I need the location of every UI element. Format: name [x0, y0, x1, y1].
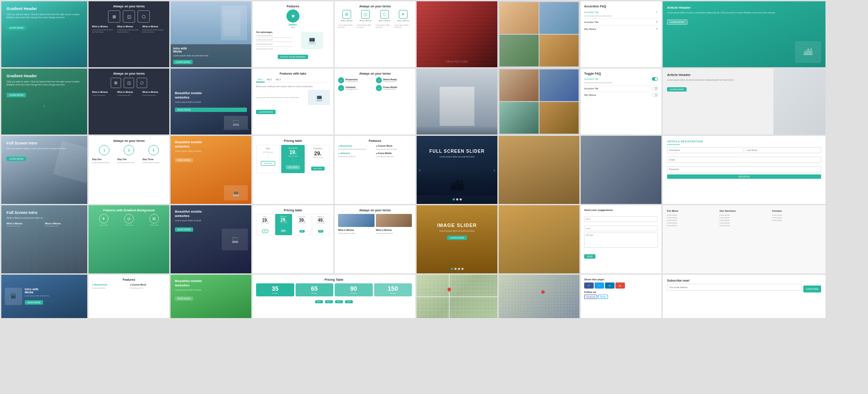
card-toggle-faq[interactable]: Toggle FAQ Accordion Title Lorem ipsum d…: [581, 69, 661, 135]
card-building-warm-2[interactable]: [499, 205, 579, 273]
card-image-slider[interactable]: IMAGE SLIDER Lorem ipsum dolor sit amet …: [417, 205, 497, 273]
gp-btn[interactable]: g+: [615, 282, 625, 289]
card-thumbnails-1[interactable]: [499, 1, 579, 67]
article-header-gray-btn[interactable]: LEARN MORE: [667, 87, 687, 92]
subscribe-email[interactable]: [667, 284, 802, 291]
card-full-screen-intro-1[interactable]: Full Screen Intro Click any point to sel…: [1, 136, 87, 204]
card-gradient-header-1[interactable]: Gradient Header Click any point to selec…: [1, 1, 87, 67]
contact-email[interactable]: [584, 226, 658, 231]
prev-arrow[interactable]: ‹: [419, 167, 421, 173]
p4-btn-1[interactable]: BUY: [262, 230, 268, 233]
card-features-tabs-1[interactable]: Features with tabs Tab 1 Tab 2 Tab 3 Boo…: [253, 69, 333, 135]
premium-btn[interactable]: BUY NOW: [311, 167, 325, 171]
card-accordion-faq[interactable]: Accordion FAQ Accordion Title + Lorem ip…: [581, 1, 661, 67]
p-stat-btn-3[interactable]: BUY: [335, 300, 343, 303]
plan-btn[interactable]: BUY NOW: [261, 161, 275, 166]
card-intro-media-img-1[interactable]: Intro with Media Lorem ipsum dolor sit a…: [171, 1, 251, 67]
mobile-btn[interactable]: READ MORE: [175, 108, 247, 112]
card-social-share[interactable]: Share this page! f t in g+ Follow us Fac…: [581, 275, 661, 318]
card-subscribe[interactable]: Subscribe now! SUBSCRIBE: [663, 275, 825, 318]
contact-send-btn[interactable]: SEND: [584, 254, 595, 259]
subscribe-btn[interactable]: SUBSCRIBE: [803, 286, 821, 292]
learn-more-btn-2[interactable]: LEARN MORE: [7, 93, 26, 97]
card-article-header-gray[interactable]: Article Header Lorem ipsum dolor sit ame…: [663, 69, 825, 135]
intro-media-col1-btn[interactable]: READ MORE: [25, 300, 43, 305]
card-pricing-stats[interactable]: Pricing Table 35 Storage 65 Storage 90 S…: [253, 275, 415, 318]
features-btn[interactable]: BOOST YOUR RANKING: [278, 55, 308, 59]
faq-item-1[interactable]: Accordion Title + Lorem ipsum dolor sit …: [584, 10, 658, 19]
contact-message[interactable]: [584, 233, 658, 248]
card-article-header-img[interactable]: [581, 136, 661, 204]
toggle-item-1[interactable]: Accordion Title Lorem ipsum dolor sit am…: [584, 77, 658, 85]
toggle-item-2[interactable]: Accordion Title: [584, 87, 658, 92]
tab-1[interactable]: Tab 1: [256, 77, 265, 82]
intro-media-btn[interactable]: LEARN MORE: [173, 60, 193, 64]
card-mobile-dark2[interactable]: Beautiful mobilewebsites Lorem ipsum dol…: [171, 205, 251, 273]
card-concrete-photo[interactable]: [417, 69, 497, 135]
p-stat-btn-2[interactable]: BUY: [325, 300, 333, 303]
fb-follow[interactable]: Facebook: [584, 295, 597, 299]
article-header-btn[interactable]: LEARN MORE: [667, 20, 687, 25]
follow-buttons[interactable]: Facebook Twitter: [584, 295, 658, 299]
li-btn[interactable]: in: [605, 282, 615, 289]
card-architecture-red[interactable]: Architecture: [417, 1, 497, 67]
next-arrow[interactable]: ›: [493, 167, 495, 173]
tw-follow[interactable]: Twitter: [598, 295, 608, 299]
faq-item-2[interactable]: Accordion Title +: [584, 20, 658, 26]
card-mobile-green[interactable]: Beautiful mobilewebsites Lorem ipsum dol…: [171, 275, 251, 318]
card-features-1[interactable]: Features ★ 500000+ users Our advantages …: [253, 1, 333, 67]
card-always-terms-icons[interactable]: Always on your terms ⊞ ◫ ⬡ What is Minim…: [89, 69, 169, 135]
reg-last-name[interactable]: [745, 147, 821, 153]
toggle-item-3[interactable]: Why Minima: [584, 93, 658, 97]
card-registration[interactable]: ARTICLE REGISTRATION REGISTER: [663, 136, 825, 204]
tab-3[interactable]: Tab 3: [273, 77, 282, 82]
reg-email[interactable]: [667, 157, 821, 163]
card-building-cards-2[interactable]: [499, 69, 579, 135]
faq-item-3[interactable]: Why Minima +: [584, 27, 658, 31]
card-pricing-2[interactable]: Pricing table Plan 19. 4GB Storage-- BUY…: [253, 205, 333, 273]
card-features-nums[interactable]: Always on your terms 1 2 3 Step OneLorem…: [89, 136, 169, 204]
fb-btn[interactable]: f: [584, 282, 594, 289]
card-full-screen-slider[interactable]: 🏙 FULL SCREEN SLIDER Lorem ipsum dolor s…: [417, 136, 497, 204]
mobile-dark2-btn[interactable]: READ MORE: [175, 227, 193, 232]
card-always-terms-5-1[interactable]: Always on your terms ⊞ What is Minima ◫ …: [335, 1, 415, 67]
tw-btn[interactable]: t: [595, 282, 604, 289]
image-slider-btn[interactable]: LEARN MORE: [447, 236, 467, 240]
card-always-terms-5-2[interactable]: Always on your terms ✓ Responsive Lorem …: [335, 69, 415, 135]
reg-password[interactable]: [667, 166, 821, 172]
p-stat-btn-4[interactable]: BUY: [345, 300, 353, 303]
share-buttons[interactable]: f t in g+: [584, 282, 658, 289]
card-mobile-sites-dark[interactable]: Beautiful mobilewebsites Lorem ipsum dol…: [171, 69, 251, 135]
p4-btn-3[interactable]: BUY: [299, 230, 305, 233]
card-pricing-1[interactable]: Pricing table Plan 8GB Storage-------- B…: [253, 136, 333, 204]
full-intro-btn-1[interactable]: LEARN MORE: [7, 157, 26, 161]
mobile-orange-btn[interactable]: READ MORE: [175, 158, 193, 162]
card-features-cols[interactable]: Features ● Responsive Lorem ipsum dolor …: [335, 136, 415, 204]
card-footer[interactable]: For More Lorem ipsumLorem ipsumLorem ips…: [663, 205, 825, 273]
card-features-gradient[interactable]: Features with Gradient Background ✦ Lore…: [89, 205, 169, 273]
card-map[interactable]: [417, 275, 497, 318]
learn-more-btn-1[interactable]: LEARN MORE: [7, 26, 26, 30]
card-building-warm[interactable]: [499, 136, 579, 204]
reg-submit-btn[interactable]: REGISTER: [667, 174, 821, 179]
card-always-img[interactable]: Always on your terms What is MinimaLorem…: [335, 205, 415, 273]
p-stat-btn-1[interactable]: BUY: [315, 300, 323, 303]
card-article-header-teal[interactable]: Article Header Lorem ipsum dolor sit ame…: [663, 1, 825, 67]
mobile-green-btn[interactable]: READ MORE: [175, 296, 193, 301]
card-gradient-header-2[interactable]: Gradient Header Click any point to selec…: [1, 69, 87, 135]
reg-first-name[interactable]: [667, 147, 743, 153]
card-always-terms-dark[interactable]: Always on your terms ⊞ ◫ ⬡ What is Minim…: [89, 1, 169, 67]
tabs-row[interactable]: Tab 1 Tab 2 Tab 3: [256, 77, 330, 83]
business-btn[interactable]: BUY NOW: [286, 165, 299, 169]
card-contact-form[interactable]: Send your suggestions SEND: [581, 205, 661, 273]
tab-2[interactable]: Tab 2: [265, 77, 273, 82]
contact-name[interactable]: [584, 216, 658, 222]
p4-btn-2[interactable]: BUY: [281, 230, 286, 232]
card-features-plain[interactable]: Features ● RequirementLorem ipsum text ●…: [89, 275, 169, 318]
card-intro-media-col1[interactable]: 🏛 Intro withMedia Lorem ipsum dolor sit …: [1, 275, 87, 318]
card-mobile-orange[interactable]: Beautiful mobilewebsites Lorem ipsum dol…: [171, 136, 251, 204]
card-map-photo[interactable]: [499, 275, 579, 318]
p4-btn-4[interactable]: BUY: [318, 230, 323, 233]
card-full-screen-intro-2[interactable]: Full Screen Intro What is Minima Lorem i…: [1, 205, 87, 273]
tab-btn[interactable]: LEARN MORE: [256, 110, 276, 114]
